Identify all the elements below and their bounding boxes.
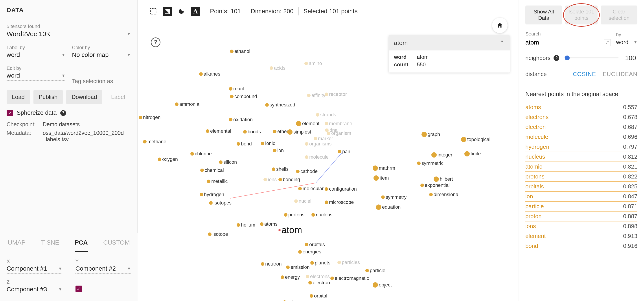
scatter-point[interactable]: hydrogen <box>200 192 224 197</box>
scatter-point[interactable]: chlorine <box>190 151 212 157</box>
scatter-point[interactable]: oxygen <box>158 156 178 162</box>
search-input[interactable] <box>525 38 604 47</box>
nearest-row[interactable]: ion0.847 <box>525 192 638 202</box>
z-component-select[interactable]: Component #3 ▼ <box>6 286 62 294</box>
scatter-point[interactable]: acids <box>270 65 285 71</box>
scatter-point[interactable]: bonds <box>243 129 261 135</box>
scatter-point[interactable]: orbitals <box>305 242 325 247</box>
nearest-row[interactable]: electrons0.678 <box>525 112 638 122</box>
download-button[interactable]: Download <box>66 90 102 104</box>
z-enable-checkbox[interactable]: ✓ <box>76 285 82 292</box>
distance-cosine[interactable]: COSINE <box>573 71 596 78</box>
x-component-select[interactable]: Component #1 ▼ <box>6 265 62 274</box>
scatter-point[interactable]: alkanes <box>199 71 220 77</box>
scatter-point[interactable]: synthesized <box>265 102 295 108</box>
scatter-point[interactable]: planets <box>310 260 330 266</box>
scatter-point[interactable]: bond <box>236 141 252 147</box>
scatter-point[interactable]: molecule <box>305 154 328 160</box>
scatter-point[interactable]: particle <box>365 268 386 273</box>
nearest-row[interactable]: protons0.822 <box>525 172 638 182</box>
scatter-point[interactable]: energies <box>298 249 321 255</box>
scatter-point[interactable]: ionic <box>261 141 275 146</box>
scatter-point[interactable]: equation <box>376 204 400 210</box>
tab-umap[interactable]: UMAP <box>8 239 26 252</box>
scatter-point[interactable]: electrons <box>306 274 330 279</box>
search-by-select[interactable]: word ▼ <box>616 39 638 47</box>
scatter-point[interactable]: neutron <box>261 261 282 267</box>
scatter-point[interactable]: atoms <box>260 221 278 227</box>
scatter-point[interactable]: membrane <box>325 121 352 127</box>
scatter-point[interactable]: electromagnetic <box>330 275 369 281</box>
scatter-point[interactable]: ammonia <box>175 101 199 107</box>
tab-tsne[interactable]: T-SNE <box>41 239 59 252</box>
scatter-point[interactable]: strands <box>316 112 336 118</box>
scatter-point[interactable]: particles <box>338 259 360 265</box>
nearest-row[interactable]: ions0.898 <box>525 221 638 231</box>
color-by-select[interactable]: No color map ▼ <box>72 51 131 60</box>
regex-toggle[interactable]: .* <box>604 39 611 46</box>
scatter-point[interactable]: exponential <box>420 182 450 188</box>
scatter-point[interactable]: nuclei <box>294 198 311 204</box>
nearest-row[interactable]: orbitals0.825 <box>525 182 638 192</box>
scatter-point[interactable]: cathode <box>296 169 318 174</box>
scatter-point[interactable]: elemental <box>206 128 231 134</box>
help-icon[interactable]: ? <box>60 110 66 116</box>
nearest-row[interactable]: molecule0.696 <box>525 132 638 142</box>
scatter-point[interactable]: bonding <box>278 177 300 182</box>
nearest-row[interactable]: particle0.871 <box>525 202 638 211</box>
scatter-point[interactable]: mathrm <box>372 165 395 171</box>
label-by-select[interactable]: word ▼ <box>6 51 65 60</box>
scatter-point[interactable]: ether <box>273 129 288 134</box>
neighbors-slider[interactable] <box>564 58 618 58</box>
scatter-point[interactable]: element <box>296 121 319 127</box>
nearest-row[interactable]: atoms0.557 <box>525 103 638 112</box>
isolate-points-button[interactable]: Isolate 101 points <box>565 6 598 25</box>
scatter-point[interactable]: topological <box>461 137 490 142</box>
scatter-point[interactable]: integer <box>432 152 452 158</box>
nearest-row[interactable]: proton0.887 <box>525 211 638 221</box>
labels-toggle-icon[interactable]: A <box>191 7 200 16</box>
help-icon[interactable]: ? <box>554 55 559 61</box>
nearest-row[interactable]: bond0.916 <box>525 241 638 251</box>
nearest-row[interactable]: hydrogen0.797 <box>525 142 638 152</box>
nearest-row[interactable]: atomic0.821 <box>525 162 638 172</box>
nearest-row[interactable]: nucleus0.812 <box>525 152 638 162</box>
tab-custom[interactable]: CUSTOM <box>103 239 130 252</box>
scatter-point[interactable]: organisms <box>305 141 332 147</box>
scatter-point[interactable]: marker <box>314 136 333 141</box>
scatter-point[interactable]: molecular <box>298 186 324 191</box>
publish-button[interactable]: Publish <box>34 90 63 104</box>
scatter-point[interactable]: chemical <box>200 167 224 173</box>
distance-euclidean[interactable]: EUCLIDEAN <box>602 71 638 78</box>
nearest-row[interactable]: element0.913 <box>525 231 638 241</box>
scatter-point[interactable]: pair <box>338 149 350 154</box>
scatter-point[interactable]: energy <box>280 274 300 280</box>
scatter-point[interactable]: oxidation <box>229 117 253 123</box>
label-button[interactable]: Label <box>106 90 130 104</box>
scatter-point[interactable]: react <box>229 86 244 92</box>
scatter-point[interactable]: nucleus <box>312 212 332 218</box>
scatter-point[interactable]: electron <box>308 280 330 285</box>
edit-by-select[interactable]: word ▼ <box>6 72 65 81</box>
show-all-data-button[interactable]: Show All Data <box>525 6 562 25</box>
tag-selection-input[interactable] <box>72 78 131 86</box>
info-card-header[interactable]: atom ⌃ <box>389 35 510 51</box>
scatter-point[interactable]: receptor <box>325 91 347 97</box>
tensor-select[interactable]: Word2Vec 10K ▼ <box>6 30 131 39</box>
scatter-point[interactable]: item <box>374 175 389 181</box>
scatter-point[interactable]: emission <box>286 264 310 270</box>
scatter-point[interactable]: methane <box>143 139 166 145</box>
scatter-point[interactable]: symmetry <box>381 194 406 200</box>
scatter-point[interactable]: compound <box>230 94 257 99</box>
scatter-point[interactable]: orbital <box>310 293 327 299</box>
sphereize-checkbox[interactable]: ✓ <box>6 110 13 116</box>
night-mode-icon[interactable] <box>177 7 186 16</box>
scatter-point[interactable]: ethanol <box>230 49 250 54</box>
scatter-point[interactable]: graph <box>422 132 440 137</box>
clear-selection-button[interactable]: Clear selection <box>601 6 638 25</box>
scatter-point[interactable]: solar <box>283 299 298 301</box>
scatter-point[interactable]: finite <box>464 151 481 157</box>
load-button[interactable]: Load <box>6 90 30 104</box>
scatter-point[interactable]: nitrogen <box>139 115 161 120</box>
scatter-point[interactable]: amino <box>304 61 322 66</box>
